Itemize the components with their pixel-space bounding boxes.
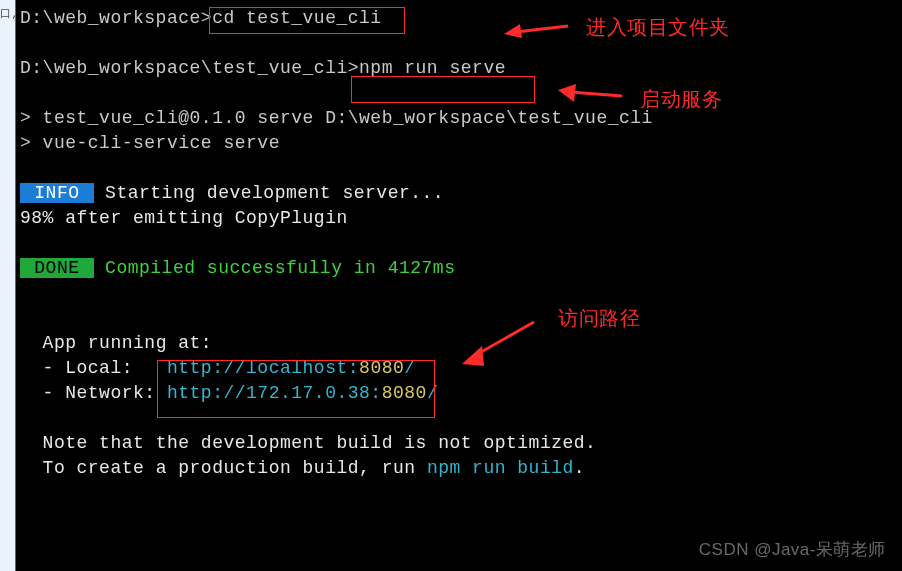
left-strip: 口, [0,0,16,571]
prompt-line-2: D:\web_workspace\test_vue_cli>npm run se… [16,56,902,81]
screenshot-canvas: 口, D:\web_workspace>cd test_vue_cli D:\w… [0,0,902,571]
local-slash[interactable]: / [404,358,415,378]
prompt-line-1: D:\web_workspace>cd test_vue_cli [16,6,902,31]
network-label: - Network: [43,383,167,403]
note-2c: . [574,458,585,478]
note-line-1: Note that the development build is not o… [16,431,902,456]
local-port[interactable]: 8080 [359,358,404,378]
blank-line [16,31,902,56]
blank-line [16,281,902,306]
cmd-2: npm run serve [359,58,506,78]
app-running-line: App running at: [16,331,902,356]
done-text: Compiled successfully in 4127ms [94,258,456,278]
local-label: - Local: [43,358,167,378]
app-running-label: App running at: [43,333,213,353]
blank-line [16,81,902,106]
note-2a: To create a production build, run [43,458,427,478]
done-line: DONE Compiled successfully in 4127ms [16,256,902,281]
output-line: > vue-cli-service serve [16,131,902,156]
cmd-1: cd test_vue_cli [212,8,382,28]
prompt-path-2: D:\web_workspace\test_vue_cli> [20,58,359,78]
info-line: INFO Starting development server... [16,181,902,206]
progress-line: 98% after emitting CopyPlugin [16,206,902,231]
blank-line [16,156,902,181]
blank-line [16,231,902,256]
note-1: Note that the development build is not o… [43,433,597,453]
output-line: > test_vue_cli@0.1.0 serve D:\web_worksp… [16,106,902,131]
strip-char: 口, [0,0,16,28]
blank-line [16,306,902,331]
done-badge: DONE [20,258,94,278]
network-url-line: - Network: http://172.17.0.38:8080/ [16,381,902,406]
info-badge: INFO [20,183,94,203]
npm-run-build: npm run build [427,458,574,478]
network-port[interactable]: 8080 [382,383,427,403]
prompt-path-1: D:\web_workspace> [20,8,212,28]
note-line-2: To create a production build, run npm ru… [16,456,902,481]
network-url[interactable]: http://172.17.0.38: [167,383,382,403]
info-text: Starting development server... [94,183,444,203]
terminal-window[interactable]: D:\web_workspace>cd test_vue_cli D:\web_… [16,0,902,571]
local-url[interactable]: http://localhost: [167,358,359,378]
network-slash[interactable]: / [427,383,438,403]
blank-line [16,406,902,431]
local-url-line: - Local: http://localhost:8080/ [16,356,902,381]
